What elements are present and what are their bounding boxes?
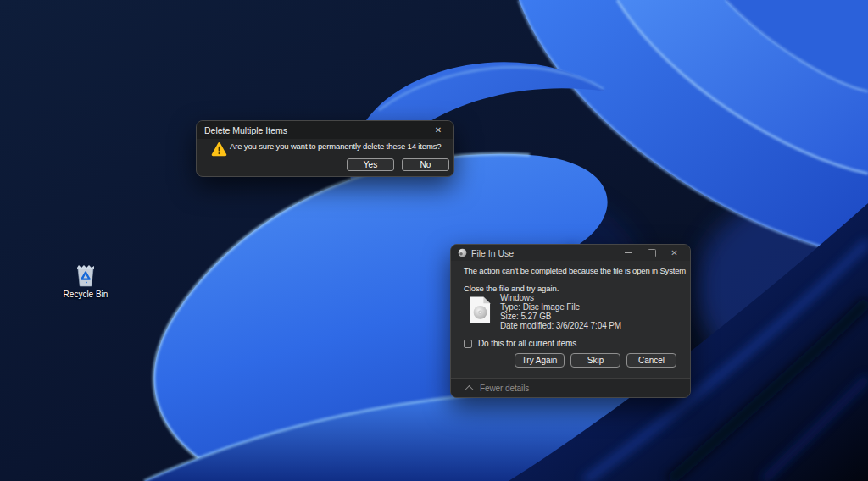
recycle-bin-label: Recycle Bin bbox=[61, 290, 110, 299]
file-size: Size: 5.27 GB bbox=[500, 312, 621, 321]
window-controls bbox=[617, 245, 690, 261]
delete-dialog-title: Delete Multiple Items bbox=[204, 125, 287, 135]
file-in-use-message: The action can’t be completed because th… bbox=[464, 266, 686, 275]
file-name: Windows bbox=[500, 293, 621, 302]
do-for-all-row: Do this for all current items bbox=[464, 339, 576, 348]
try-again-button[interactable]: Try Again bbox=[515, 353, 565, 368]
file-date-modified: Date modified: 3/6/2024 7:04 PM bbox=[500, 321, 621, 330]
no-button[interactable]: No bbox=[402, 158, 449, 171]
do-for-all-checkbox[interactable] bbox=[464, 340, 472, 348]
minimize-icon[interactable] bbox=[617, 245, 640, 261]
file-details: Windows Type: Disc Image File Size: 5.27… bbox=[500, 293, 621, 330]
delete-multiple-items-dialog: Delete Multiple Items Are you sure you w… bbox=[196, 120, 454, 177]
chevron-up-icon bbox=[465, 384, 474, 393]
delete-dialog-titlebar[interactable]: Delete Multiple Items bbox=[197, 121, 453, 139]
file-in-use-title: File In Use bbox=[471, 248, 514, 258]
yes-button[interactable]: Yes bbox=[347, 158, 394, 171]
recycle-bin-shortcut[interactable]: Recycle Bin bbox=[61, 263, 110, 299]
wallpaper-image bbox=[0, 0, 868, 481]
file-in-use-buttons: Try Again Skip Cancel bbox=[515, 353, 676, 368]
disc-image-file-icon bbox=[470, 296, 491, 324]
cancel-button[interactable]: Cancel bbox=[626, 353, 676, 368]
maximize-icon[interactable] bbox=[640, 245, 663, 261]
do-for-all-label[interactable]: Do this for all current items bbox=[478, 339, 576, 348]
skip-button[interactable]: Skip bbox=[570, 353, 620, 368]
file-in-use-app-icon bbox=[458, 248, 467, 257]
recycle-bin-icon bbox=[75, 263, 97, 288]
desktop: Recycle Bin Delete Multiple Items Are yo… bbox=[0, 0, 868, 481]
close-icon[interactable] bbox=[431, 121, 446, 139]
fewer-details-label: Fewer details bbox=[480, 384, 529, 393]
warning-triangle-icon bbox=[211, 141, 227, 160]
delete-dialog-message: Are you sure you want to permanently del… bbox=[230, 141, 441, 151]
file-in-use-titlebar[interactable]: File In Use bbox=[451, 245, 690, 261]
close-icon[interactable] bbox=[663, 245, 686, 261]
file-in-use-instruction: Close the file and try again. bbox=[464, 284, 559, 293]
file-in-use-dialog: File In Use The action can’t be complete… bbox=[450, 244, 691, 398]
fewer-details-toggle[interactable]: Fewer details bbox=[451, 378, 690, 397]
file-type: Type: Disc Image File bbox=[500, 302, 621, 312]
